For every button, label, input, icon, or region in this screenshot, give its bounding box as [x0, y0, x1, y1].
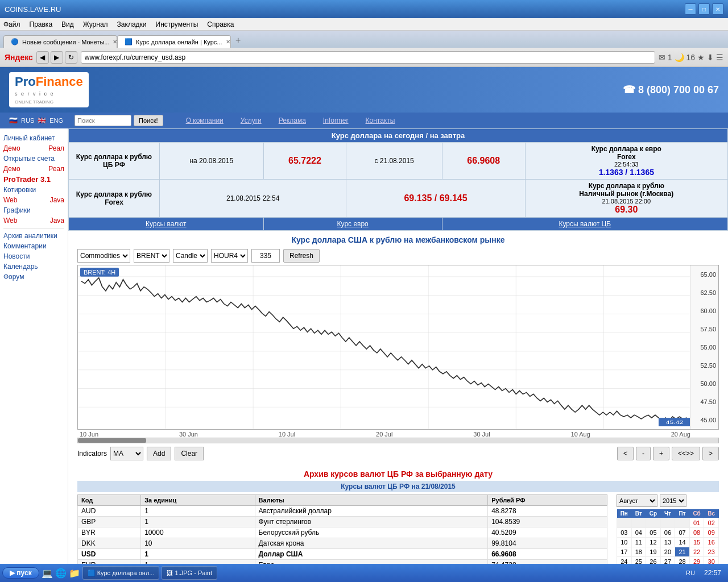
cal-day-03[interactable]: 03	[617, 528, 632, 538]
cal-day-23[interactable]: 23	[704, 547, 719, 557]
nav-about[interactable]: О компании	[186, 117, 224, 124]
nav-right-button[interactable]: >	[702, 447, 719, 460]
cal-day-22[interactable]: 22	[689, 547, 704, 557]
type-select[interactable]: Candle Line Bar	[173, 249, 208, 263]
indicator-select[interactable]: MA MACD RSI	[110, 447, 143, 460]
lang-ru[interactable]: RUS	[21, 117, 34, 124]
sidebar-item-comments[interactable]: Комментарии	[3, 241, 64, 251]
rate-link-euro[interactable]: Курс евро	[263, 218, 442, 231]
sidebar-demo-link[interactable]: Демо	[3, 143, 20, 153]
sidebar-web-link1[interactable]: Web	[3, 195, 17, 205]
rate-link-currencies[interactable]: Курсы валют	[69, 218, 264, 231]
cal-day-13[interactable]: 13	[660, 538, 675, 547]
add-indicator-button[interactable]: Add	[147, 447, 171, 460]
menu-icon[interactable]: ☰	[716, 53, 723, 62]
chart-scrollbar[interactable]	[77, 438, 719, 443]
year-select[interactable]: 201420152016	[660, 494, 686, 507]
nav-jump-button[interactable]: <<>>	[672, 447, 700, 460]
sidebar-real-link2[interactable]: Реал	[48, 164, 64, 174]
taskbar-icon-2[interactable]: 🌐	[55, 568, 67, 579]
sidebar-item-cabinet[interactable]: Личный кабинет	[3, 133, 64, 143]
cal-day-07[interactable]: 07	[675, 528, 690, 538]
cal-day-19[interactable]: 19	[646, 547, 661, 557]
menu-help[interactable]: Справка	[207, 20, 234, 28]
sidebar-item-forum[interactable]: Форум	[3, 272, 64, 282]
menu-file[interactable]: Файл	[3, 20, 20, 28]
period-select[interactable]: HOUR4 HOUR1 DAY WEEK	[211, 249, 248, 263]
sidebar-web-link2[interactable]: Web	[3, 215, 17, 226]
tab-2-close[interactable]: ✕	[226, 39, 230, 45]
cal-day-16[interactable]: 16	[704, 538, 719, 547]
nav-ads[interactable]: Реклама	[279, 117, 306, 124]
cal-day-17[interactable]: 17	[617, 547, 632, 557]
nav-services[interactable]: Услуги	[241, 117, 262, 124]
cal-day-14[interactable]: 14	[675, 538, 690, 547]
cal-day-04[interactable]: 04	[631, 528, 646, 538]
tab-1-close[interactable]: ✕	[113, 39, 117, 45]
tab-2[interactable]: 🟦 Курс доллара онлайн | Курс... ✕	[117, 35, 231, 48]
logo-yandex: Яндекс	[5, 53, 33, 62]
forward-button[interactable]: ▶	[51, 51, 63, 64]
taskbar-item-paint[interactable]: 🖼 1.JPG - Paint	[162, 566, 217, 580]
month-select[interactable]: ЯнварьФевральМарт АпрельМайИюнь ИюльАвгу…	[617, 494, 657, 507]
minimize-btn[interactable]: ─	[685, 3, 696, 15]
cal-day-18[interactable]: 18	[631, 547, 646, 557]
mail-icon[interactable]: ✉ 1	[659, 53, 672, 62]
cal-day-10[interactable]: 10	[617, 538, 632, 547]
cal-day-02[interactable]: 02	[704, 518, 719, 528]
new-tab-button[interactable]: +	[231, 33, 245, 48]
cal-day-15[interactable]: 15	[689, 538, 704, 547]
cal-day-12[interactable]: 12	[646, 538, 661, 547]
menu-edit[interactable]: Правка	[30, 20, 53, 28]
close-btn[interactable]: ✕	[712, 3, 723, 15]
sidebar-item-archive[interactable]: Архив аналитики	[3, 231, 64, 241]
sidebar-item-accounts[interactable]: Открытые счета	[3, 153, 64, 164]
taskbar-icon-3[interactable]: 📁	[69, 568, 80, 579]
cal-day-11[interactable]: 11	[631, 538, 646, 547]
sidebar-item-calendar[interactable]: Календарь	[3, 261, 64, 272]
cal-day-20[interactable]: 20	[660, 547, 675, 557]
reload-button[interactable]: ↻	[65, 51, 77, 64]
sidebar-item-news[interactable]: Новости	[3, 251, 64, 261]
symbol-select[interactable]: BRENT WTI GOLD	[134, 249, 169, 263]
menu-bookmarks[interactable]: Закладки	[117, 20, 147, 28]
sidebar-java-link2[interactable]: Java	[50, 215, 64, 226]
cal-day-08[interactable]: 08	[689, 528, 704, 538]
sidebar-item-quotes[interactable]: Котировки	[3, 185, 64, 195]
clear-indicator-button[interactable]: Clear	[175, 447, 204, 460]
address-input[interactable]	[81, 51, 655, 64]
cal-day-21[interactable]: 21	[675, 547, 690, 557]
download-icon[interactable]: ⬇	[707, 53, 714, 62]
sidebar-demo-link2[interactable]: Демо	[3, 164, 20, 174]
cal-day-06[interactable]: 06	[660, 528, 675, 538]
rate-link-cbr[interactable]: Курсы валют ЦБ	[442, 218, 727, 231]
sidebar-real-link[interactable]: Реал	[48, 143, 64, 153]
cal-day-01[interactable]: 01	[689, 518, 704, 528]
sidebar-item-protrader[interactable]: ProTrader 3.1	[3, 174, 64, 185]
refresh-button[interactable]: Refresh	[283, 249, 320, 263]
menu-journal[interactable]: Журнал	[83, 20, 108, 28]
bookmark-icon[interactable]: ★	[697, 53, 705, 62]
search-input[interactable]	[75, 115, 131, 126]
nav-plus-button[interactable]: +	[653, 447, 669, 460]
maximize-btn[interactable]: □	[698, 3, 710, 15]
nav-contacts[interactable]: Контакты	[366, 117, 395, 124]
sidebar-item-charts[interactable]: Графики	[3, 205, 64, 215]
sidebar-java-link1[interactable]: Java	[50, 195, 64, 205]
back-button[interactable]: ◀	[36, 51, 49, 64]
value-input[interactable]	[251, 249, 280, 263]
start-button[interactable]: ▶ пуск	[2, 567, 39, 579]
commodity-select[interactable]: Commodities Forex Stocks Indices	[77, 249, 130, 263]
cal-day-05[interactable]: 05	[646, 528, 661, 538]
tab-1[interactable]: 🔵 Новые сообщения - Монеты... ✕	[3, 35, 117, 48]
menu-view[interactable]: Вид	[61, 20, 74, 28]
taskbar-item-browser[interactable]: 🟦 Курс доллара онл...	[82, 566, 160, 580]
menu-tools[interactable]: Инструменты	[156, 20, 198, 28]
taskbar-icon-1[interactable]: 💻	[42, 568, 53, 579]
nav-informer[interactable]: Informer	[323, 117, 349, 124]
lang-en[interactable]: ENG	[49, 117, 63, 124]
cal-day-09[interactable]: 09	[704, 528, 719, 538]
search-button[interactable]: Поиск!	[134, 115, 163, 126]
nav-minus-button[interactable]: -	[636, 447, 651, 460]
nav-left-button[interactable]: <	[617, 447, 634, 460]
